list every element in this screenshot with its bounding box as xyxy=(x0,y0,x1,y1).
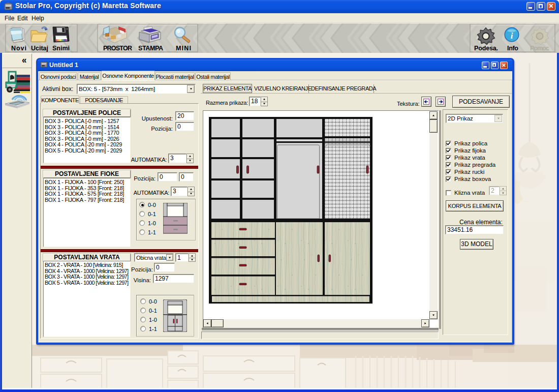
svg-text:Podesa.: Podesa. xyxy=(474,45,498,52)
svg-text:Snimi: Snimi xyxy=(52,45,70,52)
svg-text:PROSTOR: PROSTOR xyxy=(103,45,132,52)
svg-text:Ucitaj: Ucitaj xyxy=(31,45,48,52)
svg-text:Info: Info xyxy=(507,45,518,52)
svg-text:STAMPA: STAMPA xyxy=(138,45,163,52)
svg-text:Pomoc: Pomoc xyxy=(530,45,549,52)
svg-text:Novi: Novi xyxy=(11,45,26,52)
svg-text:i: i xyxy=(511,31,513,41)
